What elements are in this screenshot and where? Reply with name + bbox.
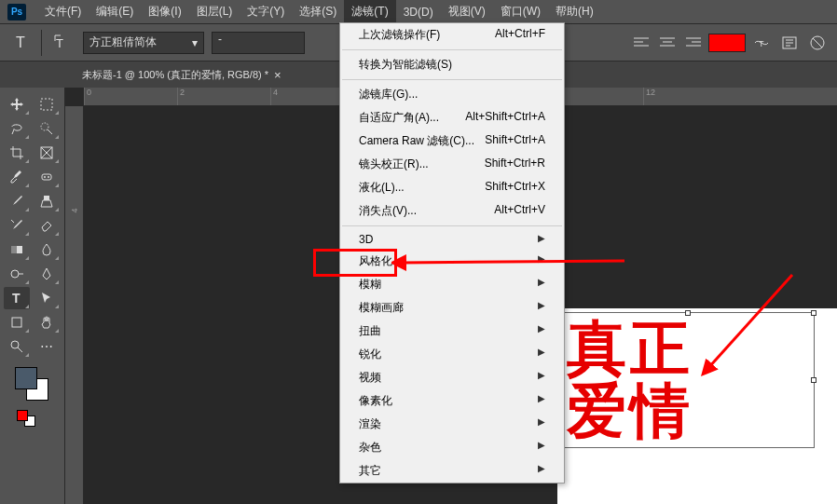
menu-select[interactable]: 选择(S): [292, 0, 344, 23]
ruler-vertical: 4: [65, 106, 84, 504]
crop-tool[interactable]: [4, 142, 30, 164]
menu-separator: [342, 225, 562, 226]
mini-fg: [17, 410, 28, 421]
history-brush-tool[interactable]: [4, 214, 30, 237]
svg-text:T: T: [759, 39, 764, 48]
text-orientation-icon[interactable]: T: [49, 30, 75, 56]
annotation-arrow: [671, 266, 802, 377]
foreground-color[interactable]: [15, 367, 37, 389]
menu-other[interactable]: 其它▶: [340, 459, 564, 483]
menu-3d[interactable]: 3D(D): [396, 2, 441, 22]
shape-tool[interactable]: [4, 311, 30, 334]
svg-point-16: [11, 341, 19, 348]
separator: [41, 30, 42, 56]
svg-line-17: [401, 261, 624, 263]
handle-e[interactable]: [811, 377, 816, 383]
svg-point-9: [48, 176, 49, 178]
menu-convert-smart-filter[interactable]: 转换为智能滤镜(S): [340, 53, 564, 76]
tool-palette: T ⋯: [0, 88, 65, 504]
eyedropper-tool[interactable]: [4, 166, 30, 188]
menubar: Ps 文件(F) 编辑(E) 图像(I) 图层(L) 文字(Y) 选择(S) 滤…: [0, 0, 837, 24]
menu-filter-gallery[interactable]: 滤镜库(G)...: [340, 83, 564, 106]
annotation-arrow: [391, 252, 634, 373]
menu-vanishing-point[interactable]: 消失点(V)...Alt+Ctrl+V: [340, 199, 564, 223]
menu-adaptive-wide-angle[interactable]: 自适应广角(A)...Alt+Shift+Ctrl+A: [340, 106, 564, 129]
blur-tool[interactable]: [34, 238, 60, 261]
menu-noise[interactable]: 杂色▶: [340, 436, 564, 459]
pen-tool[interactable]: [34, 263, 60, 285]
align-center-button[interactable]: [656, 32, 679, 54]
dodge-tool[interactable]: [4, 263, 30, 285]
ruler-tick: 4: [70, 196, 79, 213]
eraser-tool[interactable]: [34, 214, 60, 237]
submenu-arrow-icon: ▶: [538, 393, 545, 409]
menu-type[interactable]: 文字(Y): [240, 0, 292, 23]
svg-point-8: [44, 176, 46, 178]
type-tool[interactable]: T: [4, 287, 30, 309]
menu-window[interactable]: 窗口(W): [493, 0, 548, 23]
ruler-tick: 12: [643, 88, 736, 105]
move-tool[interactable]: [4, 93, 30, 116]
chevron-down-icon: ▾: [192, 36, 198, 49]
menu-3d[interactable]: 3D▶: [340, 229, 564, 250]
default-colors[interactable]: [4, 410, 61, 429]
document-tab[interactable]: 未标题-1 @ 100% (真正的爱情, RGB/8) * ×: [75, 68, 289, 82]
font-family-value: 方正粗倩简体: [89, 34, 157, 50]
svg-rect-7: [42, 174, 51, 180]
svg-text:T: T: [56, 36, 63, 50]
svg-point-5: [41, 123, 48, 130]
app-logo: Ps: [7, 4, 26, 20]
menu-image[interactable]: 图像(I): [141, 0, 188, 23]
healing-tool[interactable]: [34, 166, 60, 188]
edit-toolbar-icon[interactable]: ⋯: [34, 335, 60, 358]
font-style-select[interactable]: -: [212, 32, 305, 54]
marquee-tool[interactable]: [34, 93, 60, 116]
clone-tool[interactable]: [34, 190, 60, 212]
handle-ne[interactable]: [811, 310, 816, 316]
gradient-tool[interactable]: [4, 238, 30, 261]
submenu-arrow-icon: ▶: [538, 233, 545, 246]
path-select-tool[interactable]: [34, 287, 60, 309]
menu-separator: [342, 79, 562, 80]
menu-separator: [342, 49, 562, 50]
menu-camera-raw[interactable]: Camera Raw 滤镜(C)...Shift+Ctrl+A: [340, 129, 564, 153]
menu-layer[interactable]: 图层(L): [189, 0, 240, 23]
text-color-swatch[interactable]: [708, 34, 746, 52]
align-left-button[interactable]: [630, 32, 652, 54]
color-swatches[interactable]: [4, 367, 61, 404]
menu-lens-correction[interactable]: 镜头校正(R)...Shift+Ctrl+R: [340, 153, 564, 176]
menu-edit[interactable]: 编辑(E): [89, 0, 141, 23]
menu-view[interactable]: 视图(V): [441, 0, 493, 23]
align-right-button[interactable]: [682, 32, 705, 54]
frame-tool[interactable]: [34, 142, 60, 164]
menu-file[interactable]: 文件(F): [37, 0, 89, 23]
watermark: 河南龙网: [746, 446, 828, 474]
zoom-tool[interactable]: [4, 335, 30, 358]
cancel-icon[interactable]: [805, 31, 830, 55]
close-tab-icon[interactable]: ×: [274, 68, 281, 82]
quick-select-tool[interactable]: [34, 117, 60, 140]
menu-last-filter[interactable]: 上次滤镜操作(F)Alt+Ctrl+F: [340, 23, 564, 47]
lasso-tool[interactable]: [4, 117, 30, 140]
ruler-tick: 2: [177, 88, 270, 105]
svg-rect-4: [41, 99, 52, 110]
menu-help[interactable]: 帮助(H): [548, 0, 601, 23]
warp-text-icon[interactable]: T: [749, 31, 774, 55]
hand-tool[interactable]: [34, 311, 60, 334]
brush-tool[interactable]: [4, 190, 30, 212]
document-title: 未标题-1 @ 100% (真正的爱情, RGB/8) *: [82, 68, 268, 82]
submenu-arrow-icon: ▶: [538, 440, 545, 456]
menu-filter[interactable]: 滤镜(T): [344, 0, 395, 23]
menu-pixelate[interactable]: 像素化▶: [340, 389, 564, 413]
svg-rect-10: [44, 196, 49, 200]
ruler-tick: 0: [84, 88, 177, 105]
svg-point-13: [11, 270, 19, 278]
svg-rect-15: [12, 318, 21, 327]
menu-render[interactable]: 渲染▶: [340, 413, 564, 436]
annotation-highlight-box: [313, 249, 397, 277]
menu-liquify[interactable]: 液化(L)...Shift+Ctrl+X: [340, 176, 564, 199]
svg-text:T: T: [12, 291, 21, 306]
tool-preset-icon[interactable]: T: [7, 30, 34, 56]
font-family-select[interactable]: 方正粗倩简体 ▾: [83, 32, 204, 54]
character-panel-icon[interactable]: [777, 31, 802, 55]
